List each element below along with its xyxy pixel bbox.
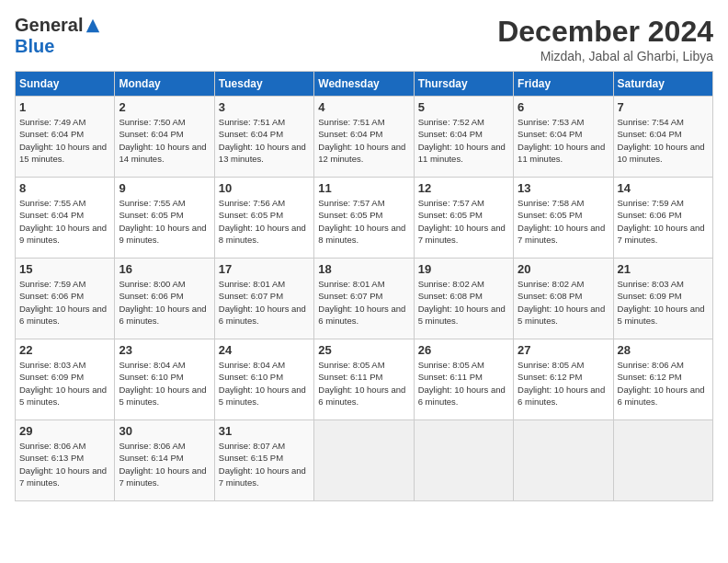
day-detail: Sunrise: 7:59 AMSunset: 6:06 PMDaylight:…: [19, 278, 110, 327]
day-number: 19: [418, 262, 509, 276]
day-detail: Sunrise: 7:49 AMSunset: 6:04 PMDaylight:…: [19, 116, 110, 165]
calendar-cell: 15Sunrise: 7:59 AMSunset: 6:06 PMDayligh…: [16, 259, 115, 339]
header-day: Tuesday: [214, 72, 313, 97]
day-detail: Sunrise: 8:05 AMSunset: 6:11 PMDaylight:…: [318, 359, 409, 408]
calendar-cell: 29Sunrise: 8:06 AMSunset: 6:13 PMDayligh…: [16, 420, 115, 501]
day-detail: Sunrise: 7:52 AMSunset: 6:04 PMDaylight:…: [418, 116, 509, 165]
day-detail: Sunrise: 8:00 AMSunset: 6:06 PMDaylight:…: [119, 278, 210, 327]
day-number: 26: [418, 343, 509, 357]
calendar-cell: 16Sunrise: 8:00 AMSunset: 6:06 PMDayligh…: [115, 259, 214, 339]
day-detail: Sunrise: 7:57 AMSunset: 6:05 PMDaylight:…: [418, 197, 509, 246]
day-number: 22: [19, 343, 110, 357]
header-day: Thursday: [414, 72, 513, 97]
calendar-cell: 7Sunrise: 7:54 AMSunset: 6:04 PMDaylight…: [613, 97, 712, 178]
day-detail: Sunrise: 7:54 AMSunset: 6:04 PMDaylight:…: [618, 116, 709, 165]
location: Mizdah, Jabal al Gharbi, Libya: [497, 49, 713, 63]
calendar-cell: 4Sunrise: 7:51 AMSunset: 6:04 PMDaylight…: [314, 97, 414, 178]
day-number: 18: [318, 262, 409, 276]
calendar-cell: [314, 420, 414, 501]
calendar-cell: 18Sunrise: 8:01 AMSunset: 6:07 PMDayligh…: [314, 259, 414, 339]
calendar-cell: 26Sunrise: 8:05 AMSunset: 6:11 PMDayligh…: [414, 339, 513, 420]
calendar-cell: 21Sunrise: 8:03 AMSunset: 6:09 PMDayligh…: [613, 259, 712, 339]
header-day: Saturday: [613, 72, 712, 97]
calendar-cell: 30Sunrise: 8:06 AMSunset: 6:14 PMDayligh…: [115, 420, 214, 501]
header-row: SundayMondayTuesdayWednesdayThursdayFrid…: [16, 72, 713, 97]
day-detail: Sunrise: 8:02 AMSunset: 6:08 PMDaylight:…: [418, 278, 509, 327]
day-number: 16: [119, 262, 210, 276]
calendar-cell: 25Sunrise: 8:05 AMSunset: 6:11 PMDayligh…: [314, 339, 414, 420]
calendar-cell: [414, 420, 513, 501]
day-detail: Sunrise: 7:51 AMSunset: 6:04 PMDaylight:…: [318, 116, 409, 165]
day-number: 23: [119, 343, 210, 357]
day-number: 5: [418, 100, 509, 114]
day-number: 14: [618, 181, 709, 195]
day-number: 17: [219, 262, 310, 276]
day-number: 4: [318, 100, 409, 114]
calendar-cell: 9Sunrise: 7:55 AMSunset: 6:05 PMDaylight…: [115, 178, 214, 259]
calendar-cell: 31Sunrise: 8:07 AMSunset: 6:15 PMDayligh…: [214, 420, 313, 501]
calendar-cell: 19Sunrise: 8:02 AMSunset: 6:08 PMDayligh…: [414, 259, 513, 339]
calendar-week-row: 22Sunrise: 8:03 AMSunset: 6:09 PMDayligh…: [16, 339, 713, 420]
day-detail: Sunrise: 8:02 AMSunset: 6:08 PMDaylight:…: [518, 278, 609, 327]
day-number: 10: [219, 181, 310, 195]
day-number: 6: [518, 100, 609, 114]
day-detail: Sunrise: 8:06 AMSunset: 6:13 PMDaylight:…: [19, 440, 110, 488]
title-block: December 2024 Mizdah, Jabal al Gharbi, L…: [497, 15, 713, 63]
calendar-cell: 1Sunrise: 7:49 AMSunset: 6:04 PMDaylight…: [16, 97, 115, 178]
calendar-cell: [514, 420, 613, 501]
day-detail: Sunrise: 8:04 AMSunset: 6:10 PMDaylight:…: [119, 359, 210, 408]
calendar-cell: 27Sunrise: 8:05 AMSunset: 6:12 PMDayligh…: [514, 339, 613, 420]
day-detail: Sunrise: 7:59 AMSunset: 6:06 PMDaylight:…: [618, 197, 709, 246]
day-number: 15: [19, 262, 110, 276]
calendar-body: 1Sunrise: 7:49 AMSunset: 6:04 PMDaylight…: [16, 97, 713, 501]
calendar-cell: 20Sunrise: 8:02 AMSunset: 6:08 PMDayligh…: [514, 259, 613, 339]
day-detail: Sunrise: 7:57 AMSunset: 6:05 PMDaylight:…: [318, 197, 409, 246]
header-day: Monday: [115, 72, 214, 97]
calendar-cell: 8Sunrise: 7:55 AMSunset: 6:04 PMDaylight…: [16, 178, 115, 259]
svg-marker-0: [86, 18, 99, 31]
day-detail: Sunrise: 8:04 AMSunset: 6:10 PMDaylight:…: [219, 359, 310, 408]
month-title: December 2024: [497, 15, 713, 49]
day-number: 7: [618, 100, 709, 114]
logo-blue-text: Blue: [15, 36, 54, 57]
day-number: 12: [418, 181, 509, 195]
logo: General Blue: [15, 15, 101, 57]
calendar-week-row: 29Sunrise: 8:06 AMSunset: 6:13 PMDayligh…: [16, 420, 713, 501]
calendar-cell: [613, 420, 712, 501]
day-detail: Sunrise: 8:01 AMSunset: 6:07 PMDaylight:…: [219, 278, 310, 327]
calendar-cell: 10Sunrise: 7:56 AMSunset: 6:05 PMDayligh…: [214, 178, 313, 259]
calendar-table: SundayMondayTuesdayWednesdayThursdayFrid…: [15, 71, 713, 501]
day-detail: Sunrise: 7:51 AMSunset: 6:04 PMDaylight:…: [219, 116, 310, 165]
calendar-cell: 22Sunrise: 8:03 AMSunset: 6:09 PMDayligh…: [16, 339, 115, 420]
calendar-cell: 11Sunrise: 7:57 AMSunset: 6:05 PMDayligh…: [314, 178, 414, 259]
day-detail: Sunrise: 8:05 AMSunset: 6:12 PMDaylight:…: [518, 359, 609, 408]
day-number: 28: [618, 343, 709, 357]
day-number: 3: [219, 100, 310, 114]
calendar-cell: 24Sunrise: 8:04 AMSunset: 6:10 PMDayligh…: [214, 339, 313, 420]
calendar-cell: 2Sunrise: 7:50 AMSunset: 6:04 PMDaylight…: [115, 97, 214, 178]
day-detail: Sunrise: 8:07 AMSunset: 6:15 PMDaylight:…: [219, 440, 310, 488]
logo-icon: [85, 17, 101, 34]
calendar-cell: 28Sunrise: 8:06 AMSunset: 6:12 PMDayligh…: [613, 339, 712, 420]
day-detail: Sunrise: 7:55 AMSunset: 6:05 PMDaylight:…: [119, 197, 210, 246]
header-day: Sunday: [16, 72, 115, 97]
day-number: 31: [219, 424, 310, 438]
calendar-cell: 3Sunrise: 7:51 AMSunset: 6:04 PMDaylight…: [214, 97, 313, 178]
day-detail: Sunrise: 8:05 AMSunset: 6:11 PMDaylight:…: [418, 359, 509, 408]
day-detail: Sunrise: 8:03 AMSunset: 6:09 PMDaylight:…: [19, 359, 110, 408]
header-day: Wednesday: [314, 72, 414, 97]
calendar-week-row: 8Sunrise: 7:55 AMSunset: 6:04 PMDaylight…: [16, 178, 713, 259]
calendar-header: SundayMondayTuesdayWednesdayThursdayFrid…: [16, 72, 713, 97]
calendar-cell: 5Sunrise: 7:52 AMSunset: 6:04 PMDaylight…: [414, 97, 513, 178]
day-number: 29: [19, 424, 110, 438]
calendar-cell: 17Sunrise: 8:01 AMSunset: 6:07 PMDayligh…: [214, 259, 313, 339]
day-detail: Sunrise: 7:53 AMSunset: 6:04 PMDaylight:…: [518, 116, 609, 165]
day-detail: Sunrise: 7:55 AMSunset: 6:04 PMDaylight:…: [19, 197, 110, 246]
page-header: General Blue December 2024 Mizdah, Jabal…: [15, 15, 713, 63]
day-detail: Sunrise: 7:56 AMSunset: 6:05 PMDaylight:…: [219, 197, 310, 246]
day-detail: Sunrise: 8:06 AMSunset: 6:14 PMDaylight:…: [119, 440, 210, 488]
calendar-cell: 23Sunrise: 8:04 AMSunset: 6:10 PMDayligh…: [115, 339, 214, 420]
calendar-cell: 12Sunrise: 7:57 AMSunset: 6:05 PMDayligh…: [414, 178, 513, 259]
calendar-cell: 13Sunrise: 7:58 AMSunset: 6:05 PMDayligh…: [514, 178, 613, 259]
day-number: 13: [518, 181, 609, 195]
